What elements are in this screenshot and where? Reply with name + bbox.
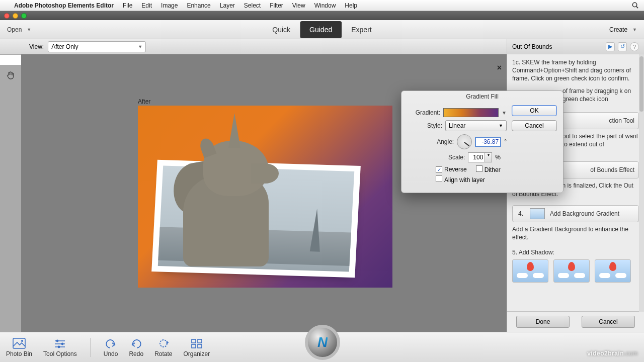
dither-checkbox[interactable]: Dither — [476, 165, 501, 173]
ok-button[interactable]: OK — [512, 105, 557, 116]
done-button[interactable]: Done — [516, 316, 570, 328]
view-select-value: After Only — [51, 43, 78, 50]
align-with-layer-checkbox[interactable]: Align with layer — [436, 175, 485, 184]
close-document-icon[interactable]: × — [497, 63, 502, 72]
gradient-label: Gradient: — [416, 109, 440, 116]
menu-layer[interactable]: Layer — [220, 2, 235, 9]
chevron-down-icon: ▼ — [632, 27, 637, 32]
zoom-window-icon[interactable] — [21, 13, 27, 19]
organizer-button[interactable]: Organizer — [183, 337, 210, 357]
scale-unit: % — [495, 154, 501, 161]
dialog-title: Gradient Fill — [401, 91, 563, 102]
chevron-down-icon: ▼ — [27, 27, 31, 32]
gradient-fill-dialog[interactable]: Gradient Fill Gradient: ▾ Style: Linear … — [401, 90, 564, 193]
chevron-down-icon[interactable]: ▾ — [485, 152, 492, 162]
menu-file[interactable]: File — [123, 2, 132, 9]
instruction-4: Add a Gradient Background to enhance the… — [512, 225, 639, 241]
shadow-option-small[interactable] — [512, 259, 548, 283]
panel-title: Out Of Bounds — [512, 43, 552, 50]
tab-guided[interactable]: Guided — [300, 21, 342, 38]
menu-edit[interactable]: Edit — [141, 2, 152, 9]
create-menu[interactable]: Create ▼ — [609, 26, 637, 33]
close-window-icon[interactable] — [4, 13, 10, 19]
reverse-checkbox[interactable]: ✓Reverse — [436, 166, 467, 173]
redo-button[interactable]: Redo — [129, 337, 143, 357]
svg-rect-14 — [198, 339, 202, 343]
mode-bar: Open ▼ Quick Guided Expert Create ▼ — [0, 20, 644, 39]
angle-label: Angle: — [437, 138, 454, 145]
svg-point-0 — [632, 3, 636, 7]
gradient-dropdown-icon[interactable]: ▾ — [502, 109, 507, 116]
scale-stepper[interactable]: ▾ — [468, 152, 492, 162]
step-4-label: Add Background Gradient — [550, 210, 619, 218]
tool-options-button[interactable]: Tool Options — [43, 337, 77, 357]
angle-input[interactable] — [475, 137, 501, 147]
open-menu[interactable]: Open ▼ — [7, 26, 31, 33]
publisher-logo-icon: N — [305, 325, 340, 360]
mac-menubar: Adobe Photoshop Elements Editor File Edi… — [0, 0, 644, 11]
menu-image[interactable]: Image — [161, 2, 178, 9]
redo-icon — [129, 337, 143, 349]
view-label: View: — [29, 43, 44, 50]
preview-icon[interactable]: ▶ — [606, 42, 615, 51]
scale-label: Scale: — [448, 154, 465, 161]
step-4-number: 4. — [517, 210, 525, 218]
angle-dial[interactable] — [457, 134, 472, 149]
gargoyle-subject — [163, 111, 284, 261]
style-value: Linear — [449, 122, 465, 129]
svg-point-5 — [21, 340, 23, 342]
gradient-preview[interactable] — [443, 108, 499, 117]
rotate-button[interactable]: Rotate — [154, 337, 172, 357]
hand-tool[interactable] — [2, 68, 19, 82]
undo-icon — [104, 337, 118, 349]
svg-point-11 — [58, 345, 60, 348]
cancel-button[interactable]: Cancel — [512, 120, 557, 131]
svg-rect-15 — [192, 344, 196, 348]
open-label: Open — [7, 26, 22, 33]
separator — [90, 338, 91, 357]
image-icon — [12, 337, 26, 349]
svg-rect-4 — [13, 338, 25, 348]
angle-unit: ° — [504, 138, 507, 145]
undo-button[interactable]: Undo — [104, 337, 118, 357]
tab-quick[interactable]: Quick — [263, 21, 300, 38]
svg-point-9 — [56, 339, 59, 342]
scale-input[interactable] — [468, 152, 485, 162]
spotlight-search-icon[interactable] — [631, 2, 639, 9]
scrollbar-thumb[interactable] — [639, 56, 643, 112]
style-label: Style: — [427, 122, 442, 129]
reset-icon[interactable]: ↺ — [618, 42, 627, 51]
panel-cancel-button[interactable]: Cancel — [582, 316, 635, 328]
menu-window[interactable]: Window — [314, 2, 336, 9]
menu-filter[interactable]: Filter — [270, 2, 283, 9]
help-icon[interactable]: ? — [630, 42, 639, 51]
step-2-label: ction Tool — [609, 117, 634, 125]
rotate-icon — [156, 337, 171, 349]
minimize-window-icon[interactable] — [13, 13, 18, 19]
sliders-icon — [53, 337, 67, 349]
svg-point-12 — [160, 340, 167, 347]
panel-scrollbar[interactable] — [639, 54, 644, 312]
svg-rect-16 — [198, 344, 202, 348]
menu-enhance[interactable]: Enhance — [187, 2, 210, 9]
menu-view[interactable]: View — [292, 2, 305, 9]
app-name: Adobe Photoshop Elements Editor — [14, 2, 114, 9]
after-label: After — [138, 98, 150, 105]
tool-strip — [0, 54, 21, 82]
photo-bin-button[interactable]: Photo Bin — [6, 337, 32, 357]
shadow-option-large[interactable] — [595, 259, 631, 283]
shadow-option-medium[interactable] — [553, 259, 590, 283]
view-select[interactable]: After Only ▼ — [48, 41, 146, 52]
chevron-down-icon: ▼ — [138, 44, 142, 49]
step-5-heading: 5. Add Shadow: — [512, 248, 639, 256]
create-label: Create — [609, 26, 627, 33]
document-preview[interactable] — [138, 106, 392, 288]
style-select[interactable]: Linear ▼ — [445, 120, 507, 131]
svg-point-10 — [61, 342, 64, 345]
step-4-button[interactable]: 4. Add Background Gradient — [512, 205, 639, 222]
menu-help[interactable]: Help — [345, 2, 357, 9]
tab-expert[interactable]: Expert — [342, 21, 381, 38]
chevron-down-icon: ▼ — [499, 123, 503, 128]
step-3-label: of Bounds Effect — [590, 166, 634, 174]
menu-select[interactable]: Select — [244, 2, 261, 9]
